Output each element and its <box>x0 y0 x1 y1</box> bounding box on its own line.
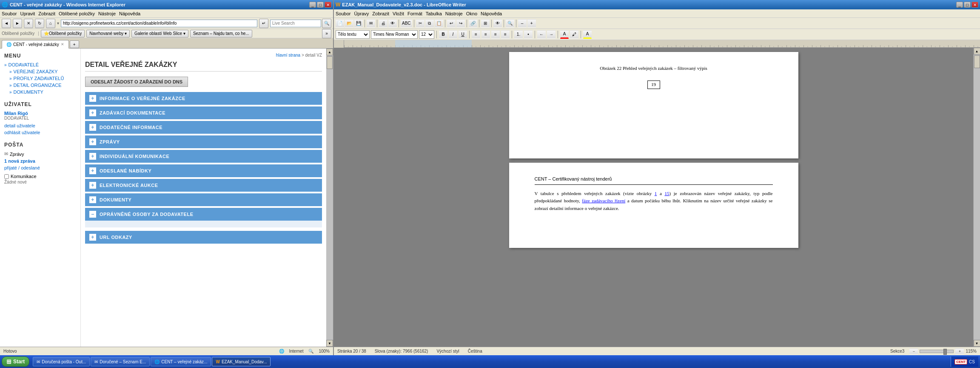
ie-home-button[interactable]: ⌂ <box>46 19 55 28</box>
lo-zoom-in-btn[interactable]: + <box>527 19 536 28</box>
lo-cut-btn[interactable]: ✂ <box>416 19 424 28</box>
lo-decrease-indent-btn[interactable]: ← <box>537 30 546 39</box>
lo-char-bg-btn[interactable]: A <box>583 30 592 39</box>
lo-font-color-btn[interactable]: A <box>560 30 569 39</box>
lo-zoom-out-btn[interactable]: – <box>518 19 527 28</box>
lo-copy-btn[interactable]: ⧉ <box>425 19 434 28</box>
lo-menu-napoveda[interactable]: Nápověda <box>481 11 502 16</box>
lo-size-select[interactable]: 12 <box>419 30 434 39</box>
lo-list-bullet-btn[interactable]: • <box>524 30 533 39</box>
lo-scroll-up-button[interactable]: ▲ <box>974 48 980 55</box>
lo-undo-btn[interactable]: ↩ <box>447 19 456 28</box>
posta-new-link[interactable]: 1 nová zpráva <box>4 158 35 164</box>
lo-italic-btn[interactable]: I <box>449 30 457 39</box>
komunikace-checkbox[interactable] <box>4 174 9 179</box>
lo-hyperlink-btn[interactable]: 🔗 <box>469 19 477 28</box>
ie-scroll-down-button[interactable]: ▼ <box>326 340 333 347</box>
lo-underline-btn[interactable]: U <box>459 30 467 39</box>
ie-link-seznam[interactable]: Seznam – Najdu tam, co he... <box>190 30 252 37</box>
sidebar-item-profily[interactable]: » PROFILY ZADAVATELŮ <box>9 76 76 81</box>
lo-show-change-btn[interactable]: 👁 <box>493 19 502 28</box>
ie-link-oblibene[interactable]: ⭐ Oblíbené položky <box>41 30 85 37</box>
lo-close-button[interactable]: ✕ <box>971 2 978 8</box>
posta-received-link[interactable]: přijaté / odeslané <box>4 165 40 170</box>
ie-refresh-button[interactable]: ↻ <box>35 19 44 28</box>
lo-align-center-btn[interactable]: ≡ <box>481 30 490 39</box>
ie-link-galerie[interactable]: Galerie oblastí Web Slice ▾ <box>131 30 188 37</box>
lo-spell-btn[interactable]: ABC <box>401 19 412 28</box>
lo-align-left-btn[interactable]: ≡ <box>472 30 480 39</box>
lo-save-btn[interactable]: 💾 <box>354 19 363 28</box>
lo-menu-soubor[interactable]: Soubor <box>336 11 350 16</box>
ie-scroll-thumb[interactable] <box>327 56 333 69</box>
ie-search-button[interactable]: 🔍 <box>322 19 331 28</box>
lo-redo-btn[interactable]: ↪ <box>456 19 465 28</box>
lo-menu-format[interactable]: Formát <box>407 11 422 16</box>
taskbar-item-cent[interactable]: 🌐 CENT – veřejné zakáz... <box>151 357 211 366</box>
lo-preview-btn[interactable]: 👁 <box>388 19 397 28</box>
ie-vscrollbar[interactable]: ▲ ▼ <box>326 49 333 347</box>
accordion-header-informace[interactable]: + INFORMACE O VEŘEJNÉ ZAKÁZCE <box>85 92 322 105</box>
ie-forward-button[interactable]: ► <box>13 19 22 28</box>
ie-minimize-button[interactable]: _ <box>309 2 316 8</box>
lo-vscrollbar[interactable]: ▲ ▼ <box>973 48 980 347</box>
lo-menu-tabulka[interactable]: Tabulka <box>426 11 442 16</box>
doc-link-15[interactable]: 15 <box>664 191 669 196</box>
lo-list-num-btn[interactable]: 1. <box>514 30 523 39</box>
sidebar-user-name[interactable]: Milan Rigó <box>4 111 76 116</box>
lo-menu-zobrazit[interactable]: Zobrazit <box>372 11 389 16</box>
accordion-header-zpravy[interactable]: + ZPRÁVY <box>85 135 322 148</box>
accordion-header-aukce[interactable]: + ELEKTRONICKÉ AUKCE <box>85 179 322 192</box>
breadcrumb-home[interactable]: hlavní strana <box>276 53 300 58</box>
ie-address-input[interactable] <box>61 20 257 27</box>
lo-minimize-button[interactable]: _ <box>956 2 963 8</box>
accordion-header-dokumenty[interactable]: + DOKUMENTY <box>85 193 322 206</box>
lo-menu-vlozit[interactable]: Vložit <box>393 11 404 16</box>
doc-link-1[interactable]: 1 <box>655 191 657 196</box>
accordion-header-opravnene[interactable]: − OPRÁVNĚNÉ OSOBY ZA DODAVATELE <box>85 208 322 221</box>
lo-menu-nastroje[interactable]: Nástroje <box>445 11 463 16</box>
lo-menu-okno[interactable]: Okno <box>466 11 477 16</box>
sidebar-item-verejne[interactable]: » VEŘEJNÉ ZAKÁZKY <box>9 69 76 74</box>
lo-table-btn[interactable]: ⊞ <box>481 19 490 28</box>
ie-close-button[interactable]: ✕ <box>325 2 331 8</box>
lo-scroll-down-button[interactable]: ▼ <box>974 340 980 347</box>
sidebar-item-dokumenty[interactable]: » DOKUMENTY <box>9 89 76 95</box>
sidebar-item-dodavatele[interactable]: » DODAVATELÉ <box>4 62 76 67</box>
lo-zoom-slider[interactable] <box>920 350 954 353</box>
lo-highlight-btn[interactable]: 🖍 <box>570 30 578 39</box>
lo-print-btn[interactable]: 🖨 <box>379 19 387 28</box>
start-button[interactable]: ⊞ Start <box>2 356 29 367</box>
lo-font-select[interactable]: Times New Roman <box>371 30 418 39</box>
ie-menu-soubor[interactable]: Soubor <box>2 11 17 16</box>
ie-back-button[interactable]: ◄ <box>2 19 11 28</box>
lo-bold-btn[interactable]: B <box>439 30 447 39</box>
ie-go-button[interactable]: ↵ <box>259 19 268 28</box>
lo-align-justify-btn[interactable]: ≡ <box>501 30 510 39</box>
ie-scroll-track[interactable] <box>326 55 333 340</box>
lo-paste-btn[interactable]: 📋 <box>435 19 443 28</box>
lo-align-right-btn[interactable]: ≡ <box>491 30 500 39</box>
sidebar-link-logout[interactable]: odhlásit uživatele <box>4 130 76 135</box>
ie-menu-oblibene[interactable]: Oblíbené položky <box>59 11 95 16</box>
accordion-header-zadavaci[interactable]: + ZADÁVACÍ DOKUMENTACE <box>85 106 322 119</box>
lo-scroll-track[interactable] <box>974 55 980 340</box>
lo-find-btn[interactable]: 🔍 <box>506 19 514 28</box>
sidebar-item-detail-org[interactable]: » DETAIL ORGANIZACE <box>9 83 76 88</box>
ie-link-navrhweb[interactable]: Navrhované weby ▾ <box>86 30 130 37</box>
accordion-header-url[interactable]: + URL ODKAZY <box>85 231 322 244</box>
ie-scroll-up-button[interactable]: ▲ <box>326 49 333 55</box>
accordion-header-individualni[interactable]: + INDIVIDUÁLNÍ KOMUNIKACE <box>85 150 322 163</box>
ie-maximize-button[interactable]: □ <box>317 2 324 8</box>
lo-style-select[interactable]: Tělo textu <box>336 30 370 39</box>
lo-menu-upravy[interactable]: Úpravy <box>354 11 369 16</box>
ie-menu-nastroje[interactable]: Nástroje <box>98 11 116 16</box>
lo-zoom-out-status-btn[interactable]: − <box>909 348 918 354</box>
accordion-header-dodatecne[interactable]: + DODATEČNÉ INFORMACE <box>85 121 322 134</box>
accordion-header-odeslane[interactable]: + ODESLANÉ NABÍDKY <box>85 164 322 177</box>
sidebar-link-detail[interactable]: detail uživatele <box>4 123 76 128</box>
ie-menu-napoveda[interactable]: Nápověda <box>119 11 140 16</box>
ie-tab-cent[interactable]: 🌐 CENT - veřejné zakázky ✕ <box>2 40 69 49</box>
send-btn[interactable]: ODESLAT ŽÁDOST O ZAŘAZENÍ DO DNS <box>85 77 188 87</box>
lo-new-btn[interactable]: 📄 <box>336 19 344 28</box>
